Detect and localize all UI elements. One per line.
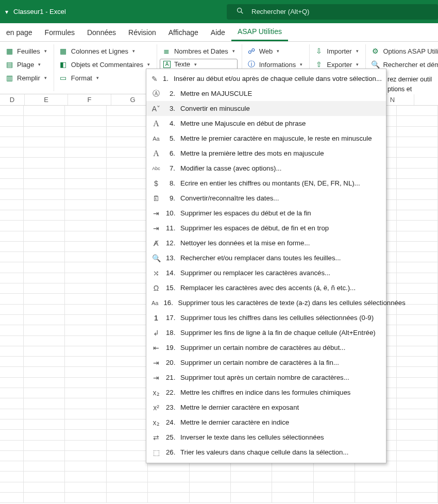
cell[interactable] [0,252,24,262]
cell[interactable] [107,325,148,335]
cell[interactable] [0,493,24,502]
cell[interactable] [65,127,106,137]
cell[interactable] [0,482,24,492]
menu-item-2[interactable]: Ⓐ2.Mettre en MAJUSCULE [146,86,386,101]
table-row[interactable] [0,482,438,493]
cell[interactable] [24,367,65,377]
cell[interactable] [107,346,148,356]
cell[interactable] [397,252,438,262]
menu-item-12[interactable]: A̸12.Nettoyer les données et la mise en … [146,236,386,250]
cell[interactable] [107,461,148,471]
cell[interactable] [65,231,106,241]
cell[interactable] [0,200,24,210]
cell[interactable] [0,262,24,272]
cell[interactable] [190,482,231,492]
cell[interactable] [24,451,65,461]
cell[interactable] [397,409,438,419]
cell[interactable] [107,388,148,398]
cell[interactable] [397,242,438,251]
cell[interactable] [107,357,148,366]
tab-aide[interactable]: Aide [205,23,231,41]
cell[interactable] [0,378,24,388]
cell[interactable] [24,315,65,325]
cell[interactable] [272,472,313,481]
cell[interactable] [397,367,438,377]
cell[interactable] [107,262,148,272]
cell[interactable] [397,472,438,481]
cell[interactable] [65,441,106,450]
cell[interactable] [107,116,148,126]
cell[interactable] [24,158,65,167]
cell[interactable] [0,169,24,178]
cell[interactable] [65,106,106,115]
cell[interactable] [0,158,24,167]
cell[interactable] [24,398,65,408]
cell[interactable] [65,409,106,419]
cell[interactable] [24,430,65,440]
cell[interactable] [107,305,148,314]
cell[interactable] [397,147,438,157]
cell[interactable] [397,106,438,115]
cell[interactable] [0,273,24,283]
menu-item-6[interactable]: A6.Mettre la première lettre des mots en… [146,146,386,161]
cell[interactable] [65,189,106,199]
cell[interactable] [0,346,24,356]
cell[interactable] [397,127,438,137]
cell[interactable] [0,179,24,189]
cell[interactable] [231,493,272,502]
menu-item-4[interactable]: A4.Mettre une Majuscule en début de phra… [146,116,386,131]
cell[interactable] [0,357,24,366]
menu-item-9[interactable]: 🗓9.Convertir/reconnaître les dates... [146,191,386,206]
cell[interactable] [107,419,148,429]
cell[interactable] [107,482,148,492]
cell[interactable] [0,388,24,398]
cell[interactable] [0,242,24,251]
cell[interactable] [0,147,24,157]
cell[interactable] [65,378,106,388]
texte-button[interactable]: ATexte▾ [160,59,238,70]
cell[interactable] [397,189,438,199]
cell[interactable] [0,231,24,241]
cell[interactable] [24,252,65,262]
cell[interactable] [65,305,106,314]
cell[interactable] [397,388,438,398]
cell[interactable] [148,493,189,502]
cell[interactable] [0,419,24,429]
cell[interactable] [24,210,65,220]
cell[interactable] [0,127,24,137]
cell[interactable] [24,388,65,398]
cell[interactable] [355,472,396,481]
tab-mise-en-page[interactable]: en page [0,23,39,41]
web-button[interactable]: ☍Web▾ [245,45,306,57]
tab-asap-utilities[interactable]: ASAP Utilities [231,23,288,41]
feuilles-button[interactable]: ▦Feuilles▾ [3,45,49,57]
col-header[interactable]: F [68,94,111,105]
cell[interactable] [397,430,438,440]
cell[interactable] [0,294,24,304]
cell[interactable] [65,242,106,251]
cell[interactable] [107,273,148,283]
cell[interactable] [24,221,65,230]
menu-item-5[interactable]: Aa5.Mettre le premier caractère en majus… [146,131,386,146]
cell[interactable] [24,419,65,429]
menu-item-25[interactable]: ⇄25.Inverser le texte dans les cellules … [146,430,386,445]
cell[interactable] [65,430,106,440]
cell[interactable] [107,210,148,220]
cell[interactable] [24,493,65,502]
cell[interactable] [107,430,148,440]
cell[interactable] [107,472,148,481]
cell[interactable] [0,106,24,115]
cell[interactable] [24,305,65,314]
cell[interactable] [355,482,396,492]
cell[interactable] [0,461,24,471]
menu-item-19[interactable]: ⇤19.Supprimer un certain nombre de carac… [146,340,386,355]
cell[interactable] [107,242,148,251]
cell[interactable] [107,158,148,167]
cell[interactable] [148,482,189,492]
cell[interactable] [0,221,24,230]
cell[interactable] [148,472,189,481]
cell[interactable] [272,493,313,502]
cell[interactable] [107,367,148,377]
menu-item-1[interactable]: ✎1.Insérer au début et/ou après de chaqu… [146,71,386,86]
cell[interactable] [397,200,438,210]
